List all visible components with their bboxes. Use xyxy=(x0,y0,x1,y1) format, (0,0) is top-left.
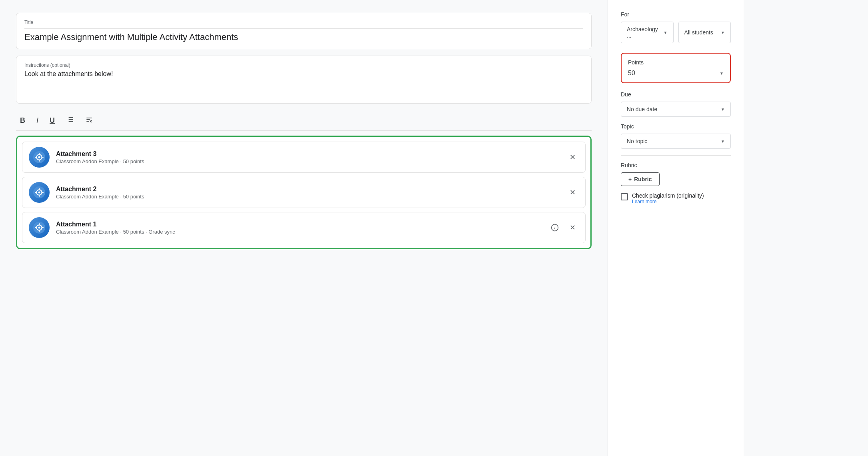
instructions-text[interactable]: Look at the attachments below! xyxy=(24,70,583,78)
attachment-item: Attachment 3 Classroom Addon Example · 5… xyxy=(22,142,586,173)
rubric-btn-text: Rubric xyxy=(634,176,652,182)
points-chevron: ▼ xyxy=(720,71,724,76)
title-field: Title xyxy=(16,13,592,49)
attachment-2-name: Attachment 2 xyxy=(56,186,560,193)
attachment-2-meta: Classroom Addon Example · 50 points xyxy=(56,194,560,200)
class-dropdown-text: Archaeology ... xyxy=(627,26,661,39)
bold-button[interactable]: B xyxy=(18,115,28,126)
rubric-button[interactable]: + Rubric xyxy=(621,172,660,186)
points-label: Points xyxy=(628,59,724,66)
instructions-label: Instructions (optional) xyxy=(24,62,583,68)
formatting-toolbar: B I U xyxy=(16,110,592,130)
plagiarism-learn-more-link[interactable]: Learn more xyxy=(632,199,704,204)
title-label: Title xyxy=(24,20,583,25)
attachments-container: Attachment 3 Classroom Addon Example · 5… xyxy=(16,136,592,249)
attachment-1-info: Attachment 1 Classroom Addon Example · 5… xyxy=(56,221,542,235)
students-dropdown[interactable]: All students ▼ xyxy=(678,22,731,43)
plagiarism-title: Check plagiarism (originality) xyxy=(632,192,704,199)
for-row: Archaeology ... ▼ All students ▼ xyxy=(621,22,731,43)
attachment-1-actions: ✕ xyxy=(548,221,579,234)
list-button[interactable] xyxy=(64,114,76,126)
attachment-1-remove-button[interactable]: ✕ xyxy=(566,221,579,234)
due-chevron: ▼ xyxy=(721,107,725,112)
attachment-item: Attachment 1 Classroom Addon Example · 5… xyxy=(22,212,586,243)
due-dropdown-text: No due date xyxy=(627,106,657,112)
points-section: Points 50 ▼ xyxy=(621,53,731,83)
sidebar: For Archaeology ... ▼ All students ▼ Poi… xyxy=(608,0,744,456)
attachment-1-icon xyxy=(29,217,50,238)
attachment-3-icon xyxy=(29,147,50,168)
points-value: 50 xyxy=(628,70,635,77)
attachment-item: Attachment 2 Classroom Addon Example · 5… xyxy=(22,177,586,208)
svg-point-13 xyxy=(38,156,40,158)
for-label: For xyxy=(621,11,731,18)
attachment-1-meta: Classroom Addon Example · 50 points · Gr… xyxy=(56,229,542,235)
formatting-toolbar-container: B I U xyxy=(16,110,592,131)
sidebar-divider-1 xyxy=(621,155,731,156)
students-dropdown-text: All students xyxy=(684,29,713,36)
svg-point-20 xyxy=(38,192,40,194)
attachment-1-info-button[interactable] xyxy=(548,221,561,234)
rubric-plus-icon: + xyxy=(628,176,632,182)
clear-format-button[interactable] xyxy=(83,114,96,126)
plagiarism-checkbox[interactable] xyxy=(621,193,628,200)
italic-button[interactable]: I xyxy=(34,115,41,126)
points-dropdown[interactable]: 50 ▼ xyxy=(628,70,724,77)
class-dropdown[interactable]: Archaeology ... ▼ xyxy=(621,22,674,43)
attachment-3-remove-button[interactable]: ✕ xyxy=(566,151,579,164)
attachment-3-meta: Classroom Addon Example · 50 points xyxy=(56,158,560,164)
attachment-2-info: Attachment 2 Classroom Addon Example · 5… xyxy=(56,186,560,200)
attachment-1-name: Attachment 1 xyxy=(56,221,542,228)
topic-dropdown[interactable]: No topic ▼ xyxy=(621,134,731,149)
attachment-3-info: Attachment 3 Classroom Addon Example · 5… xyxy=(56,150,560,164)
topic-chevron: ▼ xyxy=(721,139,725,144)
class-dropdown-chevron: ▼ xyxy=(664,30,668,35)
attachment-2-actions: ✕ xyxy=(566,186,579,199)
due-label: Due xyxy=(621,91,731,98)
attachment-3-name: Attachment 3 xyxy=(56,150,560,158)
attachment-2-icon xyxy=(29,182,50,203)
attachment-3-actions: ✕ xyxy=(566,151,579,164)
svg-point-27 xyxy=(38,227,40,229)
students-dropdown-chevron: ▼ xyxy=(721,30,725,35)
topic-label: Topic xyxy=(621,123,731,130)
plagiarism-row: Check plagiarism (originality) Learn mor… xyxy=(621,192,731,204)
topic-dropdown-text: No topic xyxy=(627,138,647,144)
title-input[interactable] xyxy=(24,32,583,42)
due-dropdown[interactable]: No due date ▼ xyxy=(621,102,731,117)
attachment-2-remove-button[interactable]: ✕ xyxy=(566,186,579,199)
instructions-field: Instructions (optional) Look at the atta… xyxy=(16,56,592,104)
underline-button[interactable]: U xyxy=(47,115,57,126)
rubric-label: Rubric xyxy=(621,162,731,168)
plagiarism-info: Check plagiarism (originality) Learn mor… xyxy=(632,192,704,204)
